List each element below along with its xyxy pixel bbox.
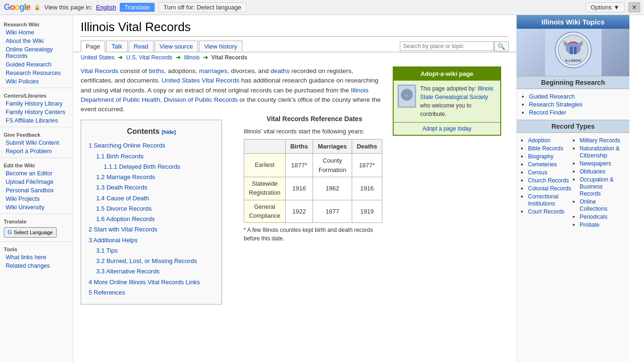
link-bible-records[interactable]: Bible Records (528, 145, 563, 152)
contents-item-3-2[interactable]: 3.2 Burned, Lost, or Missing Records (96, 257, 197, 264)
row-label-general: GeneralCompliance (244, 200, 286, 223)
link-periodicals[interactable]: Periodicals (580, 214, 608, 220)
svg-text:IL: IL (405, 94, 408, 97)
adopt-box: Adopt-a-wiki page IL This page adopted b… (393, 66, 501, 136)
sidebar-item-personal-sandbox[interactable]: Personal Sandbox (0, 186, 73, 195)
link-record-finder[interactable]: Record Finder (529, 109, 566, 116)
sidebar-item-wiki-policies[interactable]: Wiki Policies (0, 77, 73, 86)
contents-item-3-3[interactable]: 3.3 Alternative Records (96, 268, 159, 275)
sidebar-item-become-editor[interactable]: Become an Editor (0, 169, 73, 178)
contents-item-4[interactable]: 4 More Online Illinois Vital Records Lin… (89, 279, 200, 286)
contents-item-3[interactable]: 3 Additional Helps (89, 237, 138, 244)
svg-text:ILLINOIS: ILLINOIS (565, 58, 581, 63)
breadcrumb-united-states[interactable]: United States (81, 54, 115, 61)
contents-item-1-3[interactable]: 1.3 Death Records (96, 184, 147, 191)
select-language-button[interactable]: G Select Language (4, 227, 57, 238)
tab-read[interactable]: Read (129, 41, 154, 52)
page-title-area: Illinois Vital Records (73, 15, 516, 37)
sidebar-item-upload-file[interactable]: Upload File/Image (0, 178, 73, 186)
link-biography[interactable]: Biography (528, 153, 553, 160)
sidebar-item-what-links[interactable]: What links here (0, 253, 73, 262)
births-link[interactable]: births (149, 67, 165, 74)
adopt-page-link[interactable]: Adopt a page today (422, 125, 471, 132)
link-census[interactable]: Census (528, 169, 547, 176)
us-vital-records-link[interactable]: United States Vital Records (162, 77, 239, 84)
link-probate[interactable]: Probate (580, 222, 600, 228)
contents-item-1-2[interactable]: 1.2 Marriage Records (96, 173, 155, 181)
contents-box: Contents [hide] 1 Searching Online Recor… (81, 120, 222, 304)
contents-hide-toggle[interactable]: [hide] (162, 129, 176, 135)
sidebar-item-online-genealogy[interactable]: Online Genealogy Records (0, 45, 73, 60)
article-body: Adopt-a-wiki page IL This page adopted b… (73, 63, 516, 314)
main-content: Illinois Vital Records Page Talk Read Vi… (73, 15, 516, 362)
sidebar-item-fh-library[interactable]: Family History Library (0, 99, 73, 108)
il-dept-link[interactable]: Illinois Department of Public Health, Di… (81, 87, 369, 103)
contents-item-1-4[interactable]: 1.4 Cause of Death (96, 195, 149, 202)
contents-item-5[interactable]: 5 References (89, 289, 125, 296)
link-occupation[interactable]: Occupation & Business Records (580, 176, 614, 197)
link-colonial-records[interactable]: Colonial Records (528, 185, 571, 192)
close-translate-button[interactable]: ✕ (628, 2, 640, 12)
sidebar: Research Wiki Wiki Home About the Wiki O… (0, 15, 73, 362)
breadcrumb-current: Vital Records (211, 54, 247, 61)
sidebar-section-research-wiki: Research Wiki (0, 19, 73, 28)
contents-item-1[interactable]: 1 Searching Online Records (89, 142, 165, 149)
sidebar-item-guided-research[interactable]: Guided Research (0, 60, 73, 69)
link-naturalization[interactable]: Naturalization & Citizenship (580, 145, 620, 159)
sidebar-item-wiki-home[interactable]: Wiki Home (0, 28, 73, 37)
link-guided-research[interactable]: Guided Research (529, 93, 575, 100)
tab-view-history[interactable]: View history (199, 41, 242, 52)
sidebar-item-fs-libraries[interactable]: FS Affiliate Libraries (0, 116, 73, 125)
deaths-link[interactable]: deaths (271, 67, 290, 74)
turnoff-button[interactable]: Turn off for: Detect language (158, 2, 247, 12)
sidebar-item-wiki-projects[interactable]: Wiki Projects (0, 195, 73, 203)
select-language-label: Select Language (14, 230, 53, 235)
link-correctional[interactable]: Correctional Institutions (528, 193, 559, 207)
contents-item-1-1[interactable]: 1.1 Birth Records (96, 153, 143, 160)
link-obituaries[interactable]: Obituaries (580, 168, 606, 175)
sidebar-section-tools: Tools (0, 244, 73, 253)
breadcrumb-illinois[interactable]: Illinois (184, 54, 199, 61)
link-church-records[interactable]: Church Records (528, 177, 569, 184)
link-online-collections[interactable]: Online Collections (580, 198, 608, 212)
cell-statewide-births: 1916 (285, 177, 313, 200)
tabs-area: Page Talk Read View source View history … (73, 41, 516, 52)
search-button[interactable]: 🔍 (494, 41, 509, 51)
link-adoption[interactable]: Adoption (528, 137, 550, 144)
contents-item-1-5[interactable]: 1.5 Divorce Records (96, 205, 152, 212)
sidebar-item-research-resources[interactable]: Research Resources (0, 69, 73, 77)
sidebar-item-submit-wiki[interactable]: Submit Wiki Content (0, 139, 73, 147)
tab-talk[interactable]: Talk (106, 41, 127, 52)
translate-button[interactable]: Translate (120, 3, 155, 12)
adopt-org-link[interactable]: Illinois State Genealogical Society (420, 85, 493, 100)
cell-statewide-marriages: 1962 (313, 177, 352, 200)
sidebar-item-report-problem[interactable]: Report a Problem (0, 147, 73, 156)
link-cemeteries[interactable]: Cemeteries (528, 161, 557, 168)
contents-item-3-1[interactable]: 3.1 Tips (96, 247, 118, 254)
contents-item-2[interactable]: 2 Start with Vital Records (89, 226, 157, 233)
col-header-blank (244, 139, 286, 154)
sidebar-item-about-wiki[interactable]: About the Wiki (0, 37, 73, 45)
sidebar-item-related-changes[interactable]: Related changes (0, 262, 73, 270)
contents-item-1-6[interactable]: 1.6 Adoption Records (96, 215, 155, 222)
sidebar-item-fh-centers[interactable]: Family History Centers (0, 108, 73, 116)
language-link[interactable]: English (96, 4, 116, 11)
adopt-box-image: IL (397, 84, 416, 108)
link-court-records[interactable]: Court Records (528, 208, 564, 215)
ref-dates-title: Vital Records Reference Dates (244, 114, 385, 124)
breadcrumb-us-vital-records[interactable]: U.S. Vital Records (126, 54, 173, 61)
right-column: Illinois Wiki Topics ILLINOIS (516, 15, 629, 362)
link-research-strategies[interactable]: Research Strategies (529, 101, 582, 108)
marriages-link[interactable]: marriages (199, 67, 227, 74)
col-header-marriages: Marriages (313, 139, 352, 154)
contents-list: 1 Searching Online Records 1.1 Birth Rec… (89, 141, 214, 297)
search-input[interactable] (400, 41, 494, 51)
contents-item-1-1-1[interactable]: 1.1.1 Delayed Birth Records (104, 163, 181, 170)
options-button[interactable]: Options ▼ (586, 2, 625, 12)
sidebar-item-wiki-university[interactable]: Wiki University (0, 203, 73, 212)
tab-page[interactable]: Page (81, 41, 105, 52)
link-military-records[interactable]: Military Records (580, 137, 620, 144)
tab-view-source[interactable]: View source (155, 41, 198, 52)
link-newspapers[interactable]: Newspapers (580, 160, 611, 167)
vital-records-link[interactable]: Vital Records (81, 67, 118, 74)
